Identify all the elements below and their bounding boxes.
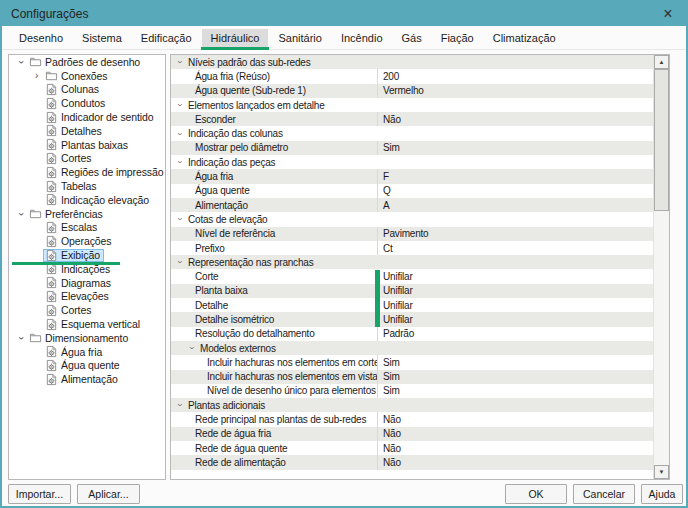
property-row[interactable]: Incluir hachuras nos elementos em vistaS… bbox=[171, 370, 653, 384]
tree-item-colunas[interactable]: Colunas bbox=[9, 83, 165, 97]
cancelar-button[interactable]: Cancelar bbox=[573, 484, 635, 504]
property-value[interactable]: Vermelho bbox=[378, 85, 653, 96]
category-row[interactable]: ›Representação nas pranchas bbox=[171, 255, 653, 269]
chevron-right-icon[interactable]: › bbox=[30, 70, 43, 82]
titlebar[interactable]: Configurações × bbox=[2, 2, 686, 26]
tree-item-cortes[interactable]: Cortes bbox=[9, 152, 165, 166]
property-value[interactable]: F bbox=[378, 171, 653, 182]
tree-item-diagramas[interactable]: Diagramas bbox=[9, 276, 165, 290]
category-row[interactable]: ›Níveis padrão das sub-redes bbox=[171, 55, 653, 69]
category-row[interactable]: ›Elementos lançados em detalhe bbox=[171, 98, 653, 112]
property-value[interactable]: Sim bbox=[378, 385, 653, 396]
category-row[interactable]: ›Cotas de elevação bbox=[171, 212, 653, 226]
property-row[interactable]: Rede de água friaNão bbox=[171, 427, 653, 441]
tab-edificacao[interactable]: Edificação bbox=[132, 29, 201, 47]
category-row[interactable]: ›Modelos externos bbox=[171, 341, 653, 355]
tree-item-esquema-vertical[interactable]: Esquema vertical bbox=[9, 317, 165, 331]
property-row[interactable]: AlimentaçãoA bbox=[171, 198, 653, 212]
chevron-down-icon[interactable]: › bbox=[175, 99, 185, 111]
property-value[interactable]: Q bbox=[378, 185, 653, 196]
tree-item-agua-fria[interactable]: Água fria bbox=[9, 345, 165, 359]
property-row[interactable]: Planta baixaUnifilar bbox=[171, 284, 653, 298]
property-row[interactable]: DetalheUnifilar bbox=[171, 298, 653, 312]
property-row[interactable]: PrefixoCt bbox=[171, 241, 653, 255]
property-row[interactable]: Água quente (Sub-rede 1)Vermelho bbox=[171, 84, 653, 98]
ok-button[interactable]: OK bbox=[505, 484, 567, 504]
property-value[interactable]: A bbox=[378, 200, 653, 211]
property-value[interactable]: Não bbox=[378, 457, 653, 468]
property-row[interactable]: Água quenteQ bbox=[171, 184, 653, 198]
property-row[interactable]: Rede de água quenteNão bbox=[171, 441, 653, 455]
property-value[interactable]: Unifilar bbox=[378, 300, 653, 311]
aplicar-button[interactable]: Aplicar... bbox=[77, 484, 140, 504]
property-value[interactable]: Padrão bbox=[378, 328, 653, 339]
tree-item-regioes-de-impressao[interactable]: Regiões de impressão bbox=[9, 165, 165, 179]
chevron-down-icon[interactable]: › bbox=[187, 342, 197, 354]
category-row[interactable]: ›Plantas adicionais bbox=[171, 398, 653, 412]
tree-item-escalas[interactable]: Escalas bbox=[9, 221, 165, 235]
property-value[interactable]: Não bbox=[378, 443, 653, 454]
tree-item-indicacao-elevacao[interactable]: Indicação elevação bbox=[9, 193, 165, 207]
property-row[interactable]: CorteUnifilar bbox=[171, 269, 653, 283]
property-value[interactable]: Sim bbox=[378, 371, 653, 382]
chevron-down-icon[interactable]: › bbox=[15, 207, 27, 220]
chevron-down-icon[interactable]: › bbox=[175, 56, 185, 68]
tree-item-elevacoes[interactable]: Elevações bbox=[9, 290, 165, 304]
property-value[interactable]: Não bbox=[378, 414, 653, 425]
chevron-down-icon[interactable]: › bbox=[175, 128, 185, 140]
property-value[interactable]: Pavimento bbox=[378, 228, 653, 239]
property-row[interactable]: EsconderNão bbox=[171, 112, 653, 126]
property-value[interactable]: Ct bbox=[378, 243, 653, 254]
tree-item-exibicao[interactable]: Exibição bbox=[9, 248, 165, 262]
tree-item-dimensionamento[interactable]: ›Dimensionamento bbox=[9, 331, 165, 345]
tab-hidraulico[interactable]: Hidráulico bbox=[202, 29, 269, 47]
property-value[interactable]: Unifilar bbox=[378, 314, 653, 325]
property-row[interactable]: Nível de desenho único para elementos ..… bbox=[171, 384, 653, 398]
property-row[interactable]: Resolução do detalhamentoPadrão bbox=[171, 327, 653, 341]
vertical-scrollbar[interactable]: ▲ ▼ bbox=[653, 55, 669, 479]
tree-item-condutos[interactable]: Condutos bbox=[9, 96, 165, 110]
chevron-down-icon[interactable]: › bbox=[175, 156, 185, 168]
scroll-down-button[interactable]: ▼ bbox=[654, 465, 669, 479]
ajuda-button[interactable]: Ajuda bbox=[641, 484, 683, 504]
tab-climatizacao[interactable]: Climatização bbox=[484, 29, 565, 47]
property-value[interactable]: Não bbox=[378, 114, 653, 125]
importar-button[interactable]: Importar... bbox=[8, 484, 71, 504]
tree-item-tabelas[interactable]: Tabelas bbox=[9, 179, 165, 193]
tree-item-padroes-de-desenho[interactable]: ›Padrões de desenho bbox=[9, 55, 165, 69]
scroll-up-button[interactable]: ▲ bbox=[654, 55, 669, 69]
tree-item-indicador-de-sentido[interactable]: Indicador de sentido bbox=[9, 110, 165, 124]
chevron-down-icon[interactable]: › bbox=[15, 55, 27, 68]
category-row[interactable]: ›Indicação das peças bbox=[171, 155, 653, 169]
chevron-down-icon[interactable]: › bbox=[175, 256, 185, 268]
tree-item-agua-quente[interactable]: Água quente bbox=[9, 359, 165, 373]
tab-incendio[interactable]: Incêndio bbox=[332, 29, 392, 47]
property-row[interactable]: Detalhe isométricoUnifilar bbox=[171, 312, 653, 326]
chevron-down-icon[interactable]: › bbox=[175, 399, 185, 411]
property-value[interactable]: 200 bbox=[378, 71, 653, 82]
property-row[interactable]: Rede de alimentaçãoNão bbox=[171, 455, 653, 469]
tree-item-conexoes[interactable]: ›Conexões bbox=[9, 69, 165, 83]
close-icon[interactable]: × bbox=[659, 6, 677, 22]
chevron-down-icon[interactable]: › bbox=[175, 213, 185, 225]
category-row[interactable]: ›Indicação das colunas bbox=[171, 126, 653, 140]
tree-item-plantas-baixas[interactable]: Plantas baixas bbox=[9, 138, 165, 152]
property-row[interactable]: Água friaF bbox=[171, 169, 653, 183]
property-row[interactable]: Nível de referênciaPavimento bbox=[171, 227, 653, 241]
property-value[interactable]: Não bbox=[378, 428, 653, 439]
property-value[interactable]: Sim bbox=[378, 142, 653, 153]
tree-item-cortes[interactable]: Cortes bbox=[9, 303, 165, 317]
property-row[interactable]: Água fria (Reúso)200 bbox=[171, 69, 653, 83]
property-value[interactable]: Sim bbox=[378, 357, 653, 368]
tree-item-preferencias[interactable]: ›Preferências bbox=[9, 207, 165, 221]
chevron-down-icon[interactable]: › bbox=[15, 331, 27, 344]
property-value[interactable]: Unifilar bbox=[378, 271, 653, 282]
tab-sanitario[interactable]: Sanitário bbox=[269, 29, 330, 47]
tree-item-operacoes[interactable]: Operações bbox=[9, 234, 165, 248]
property-row[interactable]: Mostrar pelo diâmetroSim bbox=[171, 141, 653, 155]
scrollbar-thumb[interactable] bbox=[654, 69, 669, 211]
property-row[interactable]: Incluir hachuras nos elementos em corteS… bbox=[171, 355, 653, 369]
tab-gas[interactable]: Gás bbox=[393, 29, 431, 47]
tree-item-alimentacao[interactable]: Alimentação bbox=[9, 372, 165, 386]
property-row[interactable]: Rede principal nas plantas de sub-redesN… bbox=[171, 412, 653, 426]
